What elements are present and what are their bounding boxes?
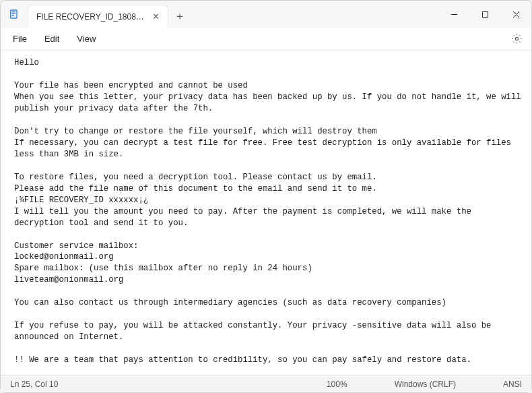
tab-title: FILE RECOVERY_ID_180870197840.t: [36, 12, 144, 22]
app-icon: [1, 1, 28, 28]
close-button[interactable]: [500, 1, 531, 28]
notepad-window: FILE RECOVERY_ID_180870197840.t ✕ ＋ File…: [0, 0, 532, 393]
minimize-button[interactable]: [438, 1, 469, 28]
tab-close-button[interactable]: ✕: [151, 11, 161, 22]
window-controls: [438, 1, 531, 28]
svg-point-8: [515, 37, 518, 40]
menubar: File Edit View: [1, 28, 531, 51]
statusbar: Ln 25, Col 10 100% Windows (CRLF) ANSI: [1, 375, 531, 392]
maximize-button[interactable]: [469, 1, 500, 28]
status-zoom[interactable]: 100%: [327, 380, 374, 389]
menu-file[interactable]: File: [5, 31, 35, 47]
svg-rect-5: [482, 11, 488, 17]
titlebar: FILE RECOVERY_ID_180870197840.t ✕ ＋: [1, 1, 531, 28]
status-encoding[interactable]: ANSI: [503, 380, 522, 389]
menu-view[interactable]: View: [69, 31, 104, 47]
new-tab-button[interactable]: ＋: [168, 5, 191, 28]
titlebar-spacer: [191, 1, 438, 28]
menu-edit[interactable]: Edit: [36, 31, 67, 47]
settings-button[interactable]: [506, 28, 527, 50]
document-tab[interactable]: FILE RECOVERY_ID_180870197840.t ✕: [28, 5, 168, 28]
document-body: Hello Your file has been encrypted and c…: [14, 58, 526, 375]
status-line-ending[interactable]: Windows (CRLF): [395, 380, 483, 389]
text-area[interactable]: Hello Your file has been encrypted and c…: [1, 51, 531, 375]
status-cursor-position: Ln 25, Col 10: [10, 380, 58, 389]
